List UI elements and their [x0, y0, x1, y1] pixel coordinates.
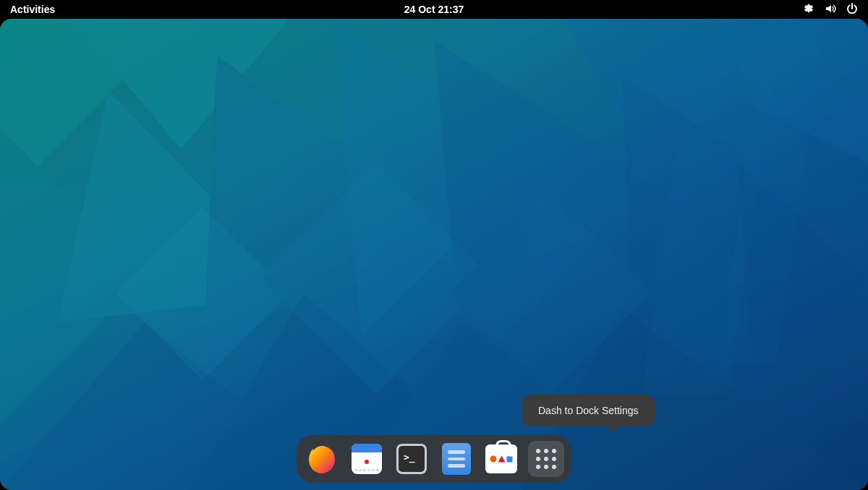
dock-item-calendar[interactable] [349, 441, 385, 477]
software-icon [485, 444, 517, 473]
dock: >_ [297, 435, 571, 483]
terminal-icon: >_ [396, 444, 427, 474]
dock-item-software[interactable] [483, 441, 519, 477]
volume-icon[interactable] [825, 3, 836, 17]
dock-item-show-apps[interactable] [528, 441, 564, 477]
firefox-icon [306, 443, 338, 475]
tooltip-text: Dash to Dock Settings [538, 405, 639, 416]
network-icon[interactable] [803, 3, 814, 17]
power-icon[interactable] [846, 3, 858, 17]
wallpaper [0, 19, 868, 490]
dock-item-firefox[interactable] [304, 441, 340, 477]
desktop: Dash to Dock Settings [0, 19, 868, 490]
files-icon [442, 443, 471, 475]
apps-grid-icon [536, 449, 556, 469]
dock-item-terminal[interactable]: >_ [393, 441, 430, 477]
dock-item-files[interactable] [438, 441, 475, 477]
system-tray[interactable] [803, 3, 858, 17]
activities-button[interactable]: Activities [10, 4, 55, 15]
top-bar: Activities 24 Oct 21:37 [0, 0, 868, 19]
clock[interactable]: 24 Oct 21:37 [404, 4, 464, 15]
calendar-icon [352, 444, 382, 474]
tooltip: Dash to Dock Settings [522, 395, 655, 426]
